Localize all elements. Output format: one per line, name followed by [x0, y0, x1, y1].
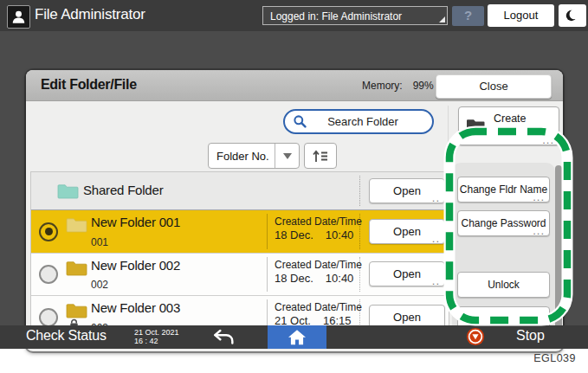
folder-icon: [66, 260, 87, 280]
radio-selected[interactable]: [39, 222, 58, 241]
current-user-name: File Administrator: [35, 6, 145, 23]
bottom-bar: Check Status 21 Oct. 2021 16 : 42 Stop: [0, 325, 588, 349]
create-new-folder-button[interactable]: Create New Folder ...: [458, 106, 559, 145]
date-time-display: 21 Oct. 2021 16 : 42: [134, 328, 179, 345]
create-folder-label: Create New Folder: [494, 113, 549, 138]
edit-folder-file-dialog: Edit Folder/File Memory: 99% Close Searc…: [26, 70, 563, 351]
sort-key-dropdown[interactable]: Folder No.: [208, 143, 300, 169]
unlock-button[interactable]: Unlock: [457, 272, 550, 298]
dialog-header: Edit Folder/File Memory: 99% Close: [26, 70, 563, 101]
shared-folder-name: Shared Folder: [83, 183, 163, 197]
search-folder-input[interactable]: Search Folder: [283, 109, 434, 134]
search-icon: [293, 114, 307, 129]
stop-icon[interactable]: [466, 327, 485, 346]
folder-name: New Folder 001: [91, 215, 180, 229]
top-bar: File Administrator Logged in: File Admin…: [0, 0, 588, 32]
radio-unselected[interactable]: [39, 265, 58, 284]
sort-order-button[interactable]: [304, 143, 337, 169]
device-screen: File Administrator Logged in: File Admin…: [0, 0, 588, 373]
open-folder-button[interactable]: Open..: [369, 219, 445, 244]
date: 21 Oct. 2021: [134, 328, 179, 337]
folder-name: New Folder 003: [91, 300, 180, 315]
sort-ascending-icon: [312, 149, 329, 164]
user-icon: [7, 5, 30, 29]
folder-number: 001: [91, 236, 108, 248]
main-background: Edit Folder/File Memory: 99% Close Searc…: [0, 31, 588, 325]
change-password-button[interactable]: Change Password...: [457, 210, 550, 236]
row-separator: [359, 257, 360, 292]
moon-icon: [565, 8, 580, 23]
radio-unselected[interactable]: [39, 308, 58, 327]
back-button[interactable]: [206, 325, 242, 349]
row-separator: [359, 176, 360, 206]
check-status-button[interactable]: Check Status: [26, 328, 107, 344]
memory-value: 99%: [413, 80, 434, 92]
help-button[interactable]: ?: [452, 6, 484, 26]
figure-label: EGL039: [533, 352, 576, 364]
folder-row-002[interactable]: New Folder 002 002 Created Date/Time 18 …: [31, 253, 449, 295]
change-folder-name-button[interactable]: Change Fldr Name...: [457, 177, 550, 203]
shared-folder-icon: [57, 183, 79, 203]
logged-in-selector[interactable]: Logged in: File Administrator: [262, 6, 448, 25]
dropdown-arrow: [275, 144, 299, 168]
row-separator: [359, 214, 360, 249]
create-folder-icon: [466, 118, 488, 139]
folder-row-001[interactable]: New Folder 001 001 Created Date/Time 18 …: [31, 210, 449, 253]
sleep-mode-button[interactable]: [559, 4, 586, 27]
logout-button[interactable]: Logout: [488, 4, 554, 27]
home-icon: [288, 329, 307, 346]
column-divider: [267, 214, 268, 249]
open-shared-folder-button[interactable]: Open..: [369, 178, 445, 203]
dialog-title: Edit Folder/File: [41, 77, 137, 93]
memory-label: Memory:: [362, 80, 403, 92]
created-date-time: Created Date/Time 18 Dec.10:40: [275, 215, 362, 242]
scrollbar[interactable]: [555, 165, 562, 344]
search-placeholder: Search Folder: [307, 115, 432, 128]
more-dots: ...: [542, 135, 554, 145]
created-date-time: Created Date/Time 21 Oct.16:15: [275, 301, 362, 328]
close-button[interactable]: Close: [436, 74, 552, 99]
shared-folder-row[interactable]: Shared Folder Open..: [31, 172, 449, 210]
chevron-down-icon: [283, 153, 292, 159]
column-divider: [267, 257, 268, 292]
folder-number: 002: [91, 279, 108, 291]
home-button[interactable]: [268, 325, 326, 349]
folder-actions-panel: Change Fldr Name... Change Password... U…: [452, 163, 555, 345]
stop-button[interactable]: Stop: [516, 328, 545, 344]
folder-name: New Folder 002: [91, 258, 180, 273]
folder-list: Shared Folder Open.. New Folder 001 001 …: [30, 171, 449, 341]
open-folder-button[interactable]: Open..: [369, 261, 445, 286]
memory-indicator: Memory: 99%: [362, 80, 434, 92]
logged-in-label: Logged in: File Administrator: [270, 10, 402, 23]
back-arrow-icon: [212, 328, 236, 346]
column-divider: [448, 106, 449, 171]
resize-corner-icon: [439, 16, 445, 23]
folder-icon: [66, 217, 87, 236]
created-date-time: Created Date/Time 18 Dec.10:40: [275, 259, 362, 286]
sort-key-value: Folder No.: [209, 150, 275, 163]
time: 16 : 42: [134, 337, 179, 345]
